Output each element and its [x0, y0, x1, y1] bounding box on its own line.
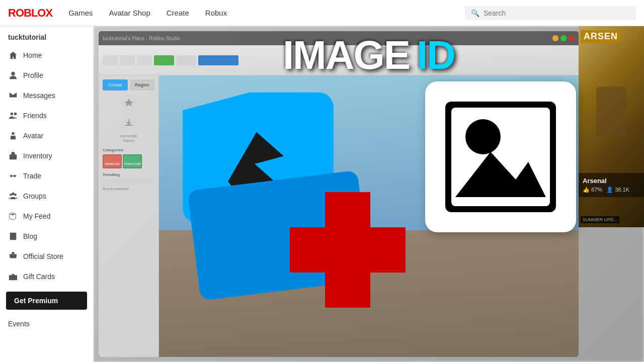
sidebar-label-messages: Messages: [23, 92, 55, 100]
categories-label: Categories: [103, 148, 154, 152]
sidebar-item-friends[interactable]: Friends: [0, 106, 93, 126]
arsenal-character: [584, 36, 639, 187]
blog-icon: [8, 231, 18, 241]
trending-bar: [103, 179, 154, 186]
sidebar-label-trade: Trade: [23, 172, 41, 180]
nav-link-avatar-shop[interactable]: Avatar Shop: [109, 9, 150, 17]
search-bar[interactable]: 🔍: [465, 6, 636, 20]
sidebar-item-groups[interactable]: Groups: [0, 186, 93, 206]
groups-icon: [8, 191, 18, 201]
trending-label: Trending: [103, 172, 154, 177]
get-premium-button[interactable]: Get Premium: [6, 292, 87, 310]
sidebar-item-blog[interactable]: Blog: [0, 226, 93, 246]
title-id-text: ID: [417, 35, 455, 75]
nav-link-robux[interactable]: Robux: [205, 9, 227, 17]
svg-point-2: [14, 113, 17, 115]
sidebar-username: tucktutorial: [0, 26, 93, 45]
toolbar-btn-3[interactable]: [137, 55, 152, 65]
top-navigation: ROBLOX Games Avatar Shop Create Robux 🔍: [0, 0, 644, 26]
sidebar-label-inventory: Inventory: [23, 152, 52, 160]
svg-point-6: [14, 194, 17, 196]
cross-horizontal: [290, 227, 406, 273]
friends-icon: [8, 111, 18, 121]
generate-icon[interactable]: [120, 94, 138, 112]
search-input[interactable]: [484, 9, 630, 17]
svg-point-1: [11, 113, 13, 115]
giftcard-icon: [8, 272, 18, 282]
category-vehicles[interactable]: VEHICLES: [103, 154, 122, 168]
thumbnail-title: IMAGE ID: [194, 35, 543, 75]
image-placeholder-icon: [425, 81, 576, 232]
sidebar-item-official-store[interactable]: Official Store: [0, 246, 93, 266]
arsenal-card-inner: ARSEN Arsenal 👍 87% 👤 38.1K SUMMER UPD..…: [579, 26, 644, 227]
toolbar-play-btn[interactable]: [154, 55, 174, 65]
title-image-text: IMAGE: [283, 35, 410, 75]
sidebar-item-events[interactable]: Events: [0, 315, 93, 333]
sidebar-item-myfeed[interactable]: My Feed: [0, 206, 93, 226]
import-label: Import: [103, 138, 154, 143]
studio-title-text: tucktutorial's Place - Roblox Studio: [103, 36, 180, 41]
sidebar-label-blog: Blog: [23, 232, 37, 240]
run-command-label: Run a command: [103, 187, 154, 191]
nav-links: Games Avatar Shop Create Robux: [68, 9, 227, 17]
svg-point-0: [11, 72, 15, 75]
minimize-button[interactable]: [552, 35, 558, 41]
sidebar-label-profile: Profile: [23, 71, 43, 79]
sidebar-label-groups: Groups: [23, 192, 46, 200]
nav-link-create[interactable]: Create: [167, 9, 189, 17]
messages-icon: [8, 90, 18, 101]
arsenal-update-badge: SUMMER UPD...: [581, 216, 619, 223]
svg-rect-4: [10, 154, 17, 159]
sidebar-label-home: Home: [23, 51, 42, 59]
sidebar: tucktutorial Home Profile Messages: [0, 26, 94, 362]
maximize-button[interactable]: [560, 35, 567, 41]
toolbar-btn-2[interactable]: [120, 55, 135, 65]
sidebar-item-inventory[interactable]: Inventory: [0, 146, 93, 166]
home-icon: [8, 50, 18, 60]
svg-point-3: [12, 132, 14, 135]
generate-label: Generate: [103, 134, 154, 138]
sidebar-label-official-store: Official Store: [23, 252, 63, 260]
arsenal-title-area: Arsenal 👍 87% 👤 38.1K: [579, 173, 644, 197]
nav-link-games[interactable]: Games: [68, 9, 93, 17]
sidebar-label-avatar: Avatar: [23, 132, 43, 140]
category-structure[interactable]: STRUCTURE: [123, 154, 142, 168]
studio-window-controls: [552, 35, 575, 41]
sidebar-item-avatar[interactable]: Avatar: [0, 126, 93, 146]
sidebar-item-messages[interactable]: Messages: [0, 85, 93, 106]
arsenal-card[interactable]: ARSEN Arsenal 👍 87% 👤 38.1K SUMMER UPD..…: [579, 26, 644, 227]
sidebar-item-profile[interactable]: Profile: [0, 65, 93, 85]
profile-icon: [8, 70, 18, 80]
inventory-icon: [8, 151, 18, 161]
sidebar-item-trade[interactable]: Trade: [0, 166, 93, 186]
import-icon[interactable]: [120, 114, 138, 132]
close-button[interactable]: [569, 35, 575, 41]
region-tab[interactable]: Region: [130, 79, 155, 90]
sidebar-label-friends: Friends: [23, 112, 47, 120]
main-layout: tucktutorial Home Profile Messages: [0, 26, 644, 362]
arsenal-title: Arsenal: [583, 177, 640, 185]
store-icon: [8, 251, 18, 261]
image-frame: [425, 81, 576, 232]
avatar-icon: [8, 131, 18, 141]
arsenal-stats: 👍 87% 👤 38.1K: [583, 187, 640, 193]
svg-point-15: [465, 119, 501, 154]
trade-icon: [8, 171, 18, 181]
search-icon: 🔍: [471, 9, 479, 17]
arsenal-player-count: 👤 38.1K: [606, 187, 629, 193]
content-area: tucktutorial's Place - Roblox Studio: [94, 26, 644, 362]
arsenal-name-label: ARSEN: [581, 30, 621, 43]
arsenal-like-pct: 👍 87%: [583, 187, 602, 193]
svg-point-5: [10, 194, 12, 196]
sidebar-item-gift-cards[interactable]: Gift Cards: [0, 266, 93, 287]
svg-rect-8: [10, 233, 17, 240]
sidebar-label-gift-cards: Gift Cards: [23, 273, 55, 281]
toolbar-btn-1[interactable]: [103, 55, 118, 65]
toolbar-btn-4[interactable]: [176, 55, 196, 65]
create-tab[interactable]: Create: [103, 79, 128, 90]
sidebar-label-myfeed: My Feed: [23, 212, 50, 220]
sidebar-item-home[interactable]: Home: [0, 45, 93, 65]
svg-point-7: [12, 193, 14, 195]
studio-left-panel: Create Region Generate Import Categories: [99, 75, 159, 357]
roblox-logo[interactable]: ROBLOX: [8, 7, 52, 20]
